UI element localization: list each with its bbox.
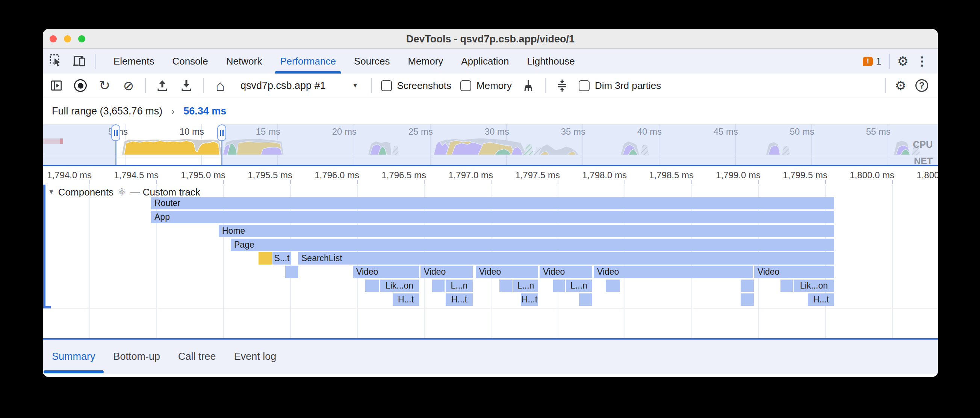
flame-bar-h-t[interactable]: H...t xyxy=(393,293,419,306)
ruler-label: 1,795.0 ms xyxy=(181,170,226,180)
more-options-icon[interactable]: ⋮ xyxy=(916,54,928,68)
ruler-tick xyxy=(223,180,224,184)
selection-right-handle[interactable] xyxy=(217,125,226,141)
devtools-tabs: ElementsConsoleNetworkPerformanceSources… xyxy=(105,49,584,74)
flame-bar-h-t[interactable]: H...t xyxy=(808,293,834,306)
cpu-lane-label: CPU xyxy=(913,139,933,150)
flame-bar-l-n[interactable]: L...n xyxy=(513,280,538,292)
flame-bar-h-t[interactable]: H...t xyxy=(445,293,473,306)
flame-bar-home[interactable]: Home xyxy=(219,225,834,237)
flame-bar[interactable] xyxy=(259,252,272,264)
flame-bar[interactable] xyxy=(500,280,512,292)
chevron-right-icon: › xyxy=(171,106,174,117)
flame-bar[interactable] xyxy=(606,280,620,292)
flame-bar[interactable] xyxy=(579,293,592,306)
flame-bar-video[interactable]: Video xyxy=(594,266,752,278)
flame-bar-video[interactable]: Video xyxy=(420,266,473,278)
capture-settings-gear-icon[interactable]: ⚙ xyxy=(895,78,906,93)
ruler-tick xyxy=(558,180,558,184)
tab-lighthouse[interactable]: Lighthouse xyxy=(518,49,584,74)
record-icon[interactable] xyxy=(73,78,88,93)
devtools-tab-bar: ElementsConsoleNetworkPerformanceSources… xyxy=(43,49,938,74)
flame-bar[interactable] xyxy=(741,280,754,292)
screenshots-checkbox[interactable]: Screenshots xyxy=(381,80,452,92)
flame-bar-lik-on[interactable]: Lik...on xyxy=(794,280,834,292)
breadcrumb-full-range[interactable]: Full range (3,653.76 ms) xyxy=(52,105,162,117)
bottom-tab-summary[interactable]: Summary xyxy=(43,340,105,374)
tab-application[interactable]: Application xyxy=(452,49,518,74)
breadcrumb-selected-range[interactable]: 56.34 ms xyxy=(183,105,226,117)
window-title: DevTools - qsvd7p.csb.app/video/1 xyxy=(43,33,938,45)
minimap-tick-label: 10 ms xyxy=(180,127,204,137)
ruler-label: 1,794.0 ms xyxy=(47,170,92,180)
track-bottom-line xyxy=(43,309,938,309)
flame-bar-lik-on[interactable]: Lik...on xyxy=(380,280,419,292)
flame-bar-router[interactable]: Router xyxy=(151,197,834,209)
live-metrics-home-icon[interactable]: ⌂ xyxy=(213,78,228,93)
flame-bar[interactable] xyxy=(741,293,754,306)
dim-3rd-parties-checkbox[interactable]: Dim 3rd parties xyxy=(579,80,661,92)
flame-bar[interactable] xyxy=(432,280,444,292)
flame-bar-searchlist[interactable]: SearchList xyxy=(298,252,834,264)
flame-bar-video[interactable]: Video xyxy=(476,266,538,278)
selection-left-handle[interactable] xyxy=(111,125,120,141)
ruler-label: 1,797.5 ms xyxy=(515,170,560,180)
ruler-tick xyxy=(825,180,826,184)
flame-bar-l-n[interactable]: L...n xyxy=(445,280,473,292)
timeline-minimap[interactable]: 5 ms10 ms15 ms20 ms25 ms30 ms35 ms40 ms4… xyxy=(43,124,938,166)
settings-gear-icon[interactable]: ⚙ xyxy=(897,54,908,69)
download-profile-icon[interactable] xyxy=(179,78,194,93)
flame-bar[interactable] xyxy=(553,280,565,292)
ruler-tick xyxy=(758,180,759,184)
divider xyxy=(371,78,372,93)
bottom-tab-event-log[interactable]: Event log xyxy=(225,340,286,374)
shortcuts-compress-icon[interactable] xyxy=(555,78,570,93)
flame-gridline xyxy=(892,185,893,338)
flame-bar-h-t[interactable]: H...t xyxy=(521,293,538,306)
tab-console[interactable]: Console xyxy=(163,49,217,74)
flame-bar[interactable] xyxy=(285,266,298,278)
chevron-down-icon: ▼ xyxy=(352,82,358,89)
tab-performance[interactable]: Performance xyxy=(271,49,345,74)
flame-chart[interactable]: ▼ Components ⚛ — Custom track RouterAppH… xyxy=(43,185,938,338)
tab-elements[interactable]: Elements xyxy=(105,49,163,74)
ruler-label: 1,794.5 ms xyxy=(114,170,159,180)
tab-sources[interactable]: Sources xyxy=(345,49,399,74)
timeline-ruler: 1,794.0 ms1,794.5 ms1,795.0 ms1,795.5 ms… xyxy=(43,166,938,185)
divider xyxy=(95,54,96,69)
memory-checkbox[interactable]: Memory xyxy=(460,80,512,92)
flame-bar-app[interactable]: App xyxy=(151,211,834,223)
target-select[interactable]: qsvd7p.csb.app #1 ▼ xyxy=(237,80,362,92)
divider xyxy=(889,54,890,69)
flame-bar-video[interactable]: Video xyxy=(539,266,592,278)
issues-counter[interactable]: ! 1 xyxy=(863,55,881,67)
issues-icon: ! xyxy=(863,57,873,66)
toggle-sidebar-icon[interactable] xyxy=(49,78,64,93)
flame-bar-video[interactable]: Video xyxy=(353,266,419,278)
flame-bar[interactable] xyxy=(781,280,793,292)
checkbox-box xyxy=(579,80,590,91)
bottom-tab-bottom-up[interactable]: Bottom-up xyxy=(105,340,169,374)
tab-network[interactable]: Network xyxy=(217,49,271,74)
flame-bar[interactable] xyxy=(365,280,379,292)
collapse-triangle-icon[interactable]: ▼ xyxy=(48,188,54,196)
reload-and-record-icon[interactable]: ↻ xyxy=(97,78,112,93)
clear-recording-icon[interactable]: ⊘ xyxy=(121,78,136,93)
upload-profile-icon[interactable] xyxy=(155,78,170,93)
flame-bar-s-t[interactable]: S...t xyxy=(272,252,291,264)
target-select-value: qsvd7p.csb.app #1 xyxy=(240,80,326,92)
bottom-tab-call-tree[interactable]: Call tree xyxy=(169,340,225,374)
flame-bar-page[interactable]: Page xyxy=(231,239,834,251)
flame-bar-video[interactable]: Video xyxy=(754,266,834,278)
flame-bar-l-n[interactable]: L...n xyxy=(566,280,592,292)
track-name: Components xyxy=(58,187,113,198)
divider xyxy=(885,78,886,93)
inspect-element-icon[interactable] xyxy=(49,54,62,68)
ruler-label: 1,795.5 ms xyxy=(248,170,292,180)
toggle-device-toolbar-icon[interactable] xyxy=(72,54,86,68)
tab-memory[interactable]: Memory xyxy=(399,49,452,74)
help-icon[interactable]: ? xyxy=(915,79,928,92)
collect-garbage-icon[interactable] xyxy=(521,78,536,93)
minimap-dimmed-left xyxy=(43,124,116,165)
ruler-tick xyxy=(357,180,358,184)
